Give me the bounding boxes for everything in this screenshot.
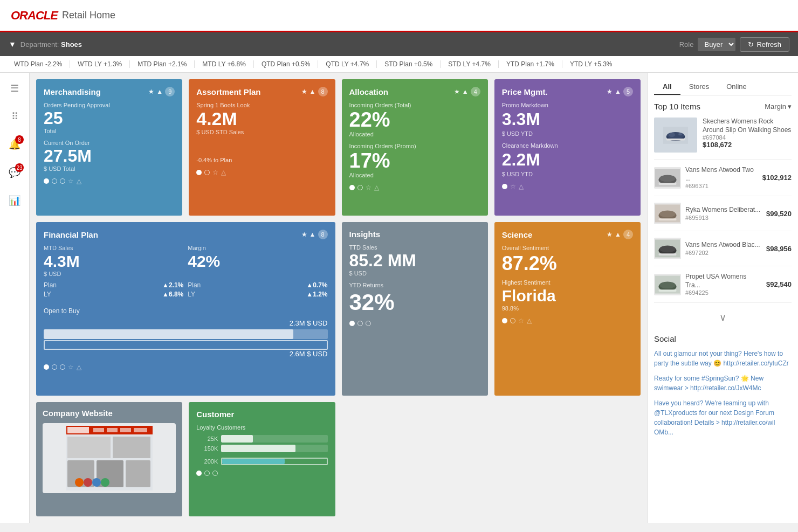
top-item-4[interactable]: Vans Mens Atwood Blac... #697202 $98,956 bbox=[654, 238, 792, 266]
bell-icon: ▲ bbox=[615, 88, 621, 95]
item-image-1 bbox=[654, 118, 697, 153]
top-item-3[interactable]: Ryka Womens Deliberat... #695913 $99,520 bbox=[654, 203, 792, 231]
svg-point-14 bbox=[92, 478, 101, 487]
margin-sub bbox=[188, 271, 327, 277]
social-item-2[interactable]: Ready for some #SpringSun? 🌟 New swimwea… bbox=[654, 374, 792, 393]
star-icon: ★ bbox=[454, 88, 460, 95]
ytd-label: YTD Returns bbox=[349, 282, 480, 288]
price-mgmt-card[interactable]: Price Mgmt. ★ ▲ 5 Promo Markdown 3.3M $ … bbox=[494, 79, 641, 216]
highest-sub: 98.8% bbox=[502, 305, 633, 312]
allocation-title: Allocation bbox=[349, 87, 389, 96]
allocation-dots: ☆ △ bbox=[349, 184, 480, 191]
role-select[interactable]: Buyer bbox=[698, 38, 735, 51]
bell-icon-2: △ bbox=[77, 363, 81, 371]
tab-all[interactable]: All bbox=[654, 79, 680, 95]
svg-rect-20 bbox=[666, 139, 685, 140]
dot-2 bbox=[357, 321, 363, 326]
margin-ly-label: LY bbox=[188, 291, 195, 298]
top-item-1[interactable]: Skechers Womens Rock Around Slip On Walk… bbox=[654, 118, 792, 160]
item-details-3: Ryka Womens Deliberat... #695913 bbox=[685, 206, 762, 221]
tab-stores[interactable]: Stores bbox=[680, 79, 718, 95]
price-mgmt-title: Price Mgmt. bbox=[502, 87, 548, 96]
refresh-button[interactable]: ↻ Refresh bbox=[740, 37, 789, 52]
stat-std-ly: STD LY +4.7% bbox=[441, 60, 499, 68]
chat-icon[interactable]: 💬 23 bbox=[4, 162, 25, 183]
show-more-button[interactable]: ∨ bbox=[654, 309, 792, 330]
item-details-4: Vans Mens Atwood Blac... #697202 bbox=[685, 241, 762, 256]
item-image-4 bbox=[654, 238, 681, 259]
dot-2 bbox=[52, 364, 57, 370]
top-item-5[interactable]: Propet USA Womens Tra... #694225 $92,540 bbox=[654, 273, 792, 303]
clearance-value: 2.2M bbox=[502, 150, 633, 170]
assortment-badge: 8 bbox=[318, 87, 328, 96]
orders-sub: Total bbox=[44, 128, 175, 134]
assortment-item-sub: $ USD STD Sales bbox=[196, 129, 327, 135]
margin-plan-value: ▲0.7% bbox=[306, 281, 327, 289]
bar-track-200k bbox=[221, 458, 327, 465]
plan-metric-label: Plan bbox=[44, 281, 57, 289]
notification-icon[interactable]: 🔔 8 bbox=[4, 134, 25, 155]
price-mgmt-header: Price Mgmt. ★ ▲ 5 bbox=[502, 87, 633, 96]
stat-mtd-plan: MTD Plan +2.1% bbox=[130, 60, 195, 68]
customer-header: Customer bbox=[196, 410, 327, 419]
top-items-filter[interactable]: Margin ▾ bbox=[765, 102, 792, 110]
bell-icon-2: △ bbox=[519, 183, 524, 190]
financial-plan-card[interactable]: Financial Plan ★ ▲ 8 MTD Sales 4.3M $ US… bbox=[36, 222, 335, 395]
bar-track-25k bbox=[221, 435, 327, 443]
svg-rect-2 bbox=[67, 427, 89, 433]
svg-rect-8 bbox=[113, 437, 150, 458]
margin-ly-value: ▲1.2% bbox=[306, 291, 327, 298]
allocation-card[interactable]: Allocation ★ ▲ 4 Incoming Orders (Total)… bbox=[342, 79, 488, 216]
svg-rect-4 bbox=[107, 428, 118, 432]
chart-icon[interactable]: 📊 bbox=[4, 190, 25, 211]
insights-title: Insights bbox=[349, 230, 381, 239]
current-value: 27.5M bbox=[44, 147, 175, 164]
orders-value: 25 bbox=[44, 109, 175, 127]
item-value-5: $92,540 bbox=[766, 280, 792, 288]
stat-wtd-ly: WTD LY +1.3% bbox=[70, 60, 130, 68]
margin-value: 42% bbox=[188, 252, 327, 271]
bell-icon-2: △ bbox=[527, 317, 532, 324]
customer-card[interactable]: Customer Loyalty Customers 25K 150K bbox=[189, 402, 335, 516]
insights-card[interactable]: Insights TTD Sales 85.2 MM $ USD YTD Ret… bbox=[342, 222, 488, 395]
menu-icon[interactable]: ☰ bbox=[6, 78, 23, 99]
stat-ytd-ly: YTD LY +5.3% bbox=[562, 60, 620, 68]
incoming-promo-value: 17% bbox=[349, 150, 480, 171]
science-card[interactable]: Science ★ ▲ 4 Overall Sentiment 87.2% Hi… bbox=[494, 222, 641, 395]
item-id-2: #696371 bbox=[685, 183, 758, 189]
ytd-value: 32% bbox=[349, 289, 480, 315]
science-icons: ★ ▲ 4 bbox=[607, 230, 633, 239]
item-value-4: $98,956 bbox=[766, 245, 792, 253]
assortment-title: Assortment Plan bbox=[196, 87, 260, 96]
item-value-1: $108,672 bbox=[703, 141, 792, 149]
bar-row-200k: 200K bbox=[196, 458, 327, 465]
svg-point-19 bbox=[669, 133, 675, 137]
ly-metric-value: ▲6.8% bbox=[162, 291, 183, 298]
oracle-logo: ORACLE bbox=[11, 9, 58, 23]
social-item-3[interactable]: Have you heard? We're teaming up with @T… bbox=[654, 398, 792, 437]
top-item-2[interactable]: Vans Mens Atwood Two ... #696371 $102,91… bbox=[654, 166, 792, 196]
assortment-item-value: 4.2M bbox=[196, 109, 327, 128]
company-website-card[interactable]: Company Website bbox=[36, 402, 182, 516]
item-name-2: Vans Mens Atwood Two ... bbox=[685, 166, 758, 183]
dot-1 bbox=[44, 178, 49, 184]
incoming-total-sub: Allocated bbox=[349, 131, 480, 137]
mtd-value: 4.3M bbox=[44, 252, 183, 271]
science-header: Science ★ ▲ 4 bbox=[502, 230, 633, 239]
bar-track-150k bbox=[221, 445, 327, 452]
tab-online[interactable]: Online bbox=[718, 79, 755, 95]
fin-margin-col: Margin 42% Plan ▲0.7% LY ▲1.2% bbox=[188, 245, 327, 300]
filter-icon[interactable]: ▼ bbox=[9, 40, 16, 49]
toolbar-filter: ▼ Department: Shoes bbox=[9, 40, 82, 49]
bell-icon-2: △ bbox=[221, 169, 226, 176]
ttd-value: 85.2 MM bbox=[349, 252, 480, 269]
highest-value: Florida bbox=[502, 287, 633, 305]
stat-ytd-plan: YTD Plan +1.7% bbox=[499, 60, 562, 68]
assortment-card[interactable]: Assortment Plan ★ ▲ 8 Spring 1 Boots Loo… bbox=[189, 79, 335, 216]
star-icon: ★ bbox=[301, 88, 307, 95]
dot-3 bbox=[366, 321, 371, 326]
merchandising-card[interactable]: Merchandising ★ ▲ 9 Orders Pending Appro… bbox=[36, 79, 182, 216]
social-item-1[interactable]: All out glamour not your thing? Here's h… bbox=[654, 349, 792, 368]
grid-icon[interactable]: ⠿ bbox=[7, 106, 23, 127]
refresh-icon: ↻ bbox=[748, 40, 754, 49]
